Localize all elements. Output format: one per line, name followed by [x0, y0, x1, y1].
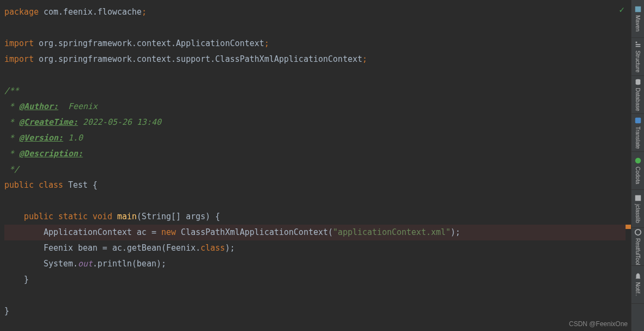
structure-tool-button[interactable]: Structure	[632, 38, 645, 76]
code-text: ApplicationContext ac =	[4, 227, 161, 237]
maven-icon	[634, 5, 642, 13]
semicolon: ;	[362, 54, 367, 64]
comment-block-start: /**	[4, 86, 19, 96]
tool-label: jclasslib	[635, 204, 641, 223]
javadoc-author-value: Feenix	[58, 101, 97, 111]
brace-close: }	[4, 275, 29, 284]
structure-icon	[634, 41, 642, 48]
code-editor[interactable]: ✓ package com.feenix.flowcache; import o…	[0, 0, 631, 331]
translate-tool-button[interactable]: Translate	[632, 114, 645, 152]
string-literal: "applicationContext.xml"	[333, 227, 451, 237]
class-reference: ClassPathXmlApplicationContext(	[181, 227, 333, 237]
watermark-text: CSDN @FeenixOne	[569, 320, 628, 328]
database-tool-button[interactable]: Database	[632, 76, 645, 114]
svg-rect-1	[635, 42, 637, 43]
svg-point-6	[635, 83, 640, 85]
keyword-new: new	[161, 227, 181, 237]
codota-tool-button[interactable]: Codota	[632, 152, 645, 190]
svg-rect-7	[635, 118, 641, 124]
jclasslib-icon	[634, 194, 642, 202]
import-path: org.springframework.context.support.Clas…	[39, 54, 362, 64]
comment-block-end: */	[4, 164, 19, 174]
field-out: out	[78, 259, 92, 269]
tool-label: Notif..	[635, 282, 641, 296]
import-path: org.springframework.context.ApplicationC…	[39, 39, 264, 48]
code-text: System.	[4, 259, 78, 269]
javadoc-version-tag: @Version:	[19, 133, 63, 143]
tool-label: Maven	[635, 15, 641, 31]
bell-icon	[634, 272, 642, 280]
tool-label: Structure	[635, 50, 641, 73]
method-main: main	[117, 212, 137, 221]
class-name: Test	[68, 180, 92, 190]
code-end: );	[451, 227, 460, 237]
keyword-class: class	[39, 180, 68, 190]
svg-point-8	[635, 158, 641, 164]
javadoc-createtime-value: 2022-05-26 13:40	[78, 117, 161, 127]
javadoc-version-value: 1.0	[63, 133, 83, 143]
comment-star: *	[4, 133, 19, 143]
svg-rect-0	[635, 7, 641, 12]
brace-close: }	[4, 306, 9, 316]
jclasslib-tool-button[interactable]: jclasslib	[632, 190, 645, 228]
keyword-package: package	[4, 7, 43, 17]
codota-icon	[634, 157, 642, 164]
notifications-tool-button[interactable]: Notif..	[632, 266, 645, 304]
restfultool-button[interactable]: RestfulTool	[632, 228, 645, 266]
code-end: );	[225, 243, 235, 253]
tool-label: Database	[635, 88, 641, 111]
restful-icon	[634, 228, 642, 236]
keyword-public: public	[4, 180, 39, 190]
javadoc-author-tag: @Author:	[19, 101, 58, 111]
keyword-import: import	[4, 54, 39, 64]
javadoc-description-tag: @Description:	[19, 149, 83, 158]
semicolon: ;	[264, 39, 269, 48]
comment-star: *	[4, 149, 19, 158]
method-params: (String[] args) {	[137, 212, 220, 221]
svg-rect-9	[635, 195, 641, 201]
semicolon: ;	[142, 7, 147, 17]
right-tool-panel: Maven Structure Database Translate Codot…	[631, 0, 644, 331]
tool-label: Codota	[635, 167, 641, 184]
code-println: .println(bean);	[93, 259, 166, 269]
svg-rect-3	[635, 46, 640, 47]
comment-star: *	[4, 101, 19, 111]
keyword-static: static	[58, 212, 92, 221]
keyword-void: void	[93, 212, 117, 221]
package-name: com.feenix.flowcache	[43, 7, 142, 17]
code-text: Feenix bean = ac.getBean(Feenix.	[4, 243, 200, 253]
keyword-class-literal: class	[200, 243, 225, 253]
highlighted-line: ApplicationContext ac = new ClassPathXml…	[4, 225, 631, 240]
database-icon	[634, 78, 642, 86]
keyword-public: public	[4, 212, 58, 221]
tool-label: RestfulTool	[635, 238, 641, 265]
warning-marker[interactable]	[626, 225, 631, 229]
maven-tool-button[interactable]: Maven	[632, 0, 645, 38]
svg-rect-2	[635, 44, 640, 45]
brace: {	[93, 180, 98, 190]
tool-label: Translate	[635, 126, 641, 149]
comment-star: *	[4, 117, 19, 127]
keyword-import: import	[4, 39, 39, 48]
editor-scrollbar[interactable]	[626, 0, 631, 331]
translate-icon	[634, 117, 642, 124]
svg-point-10	[635, 230, 641, 235]
javadoc-createtime-tag: @CreateTime:	[19, 117, 78, 127]
